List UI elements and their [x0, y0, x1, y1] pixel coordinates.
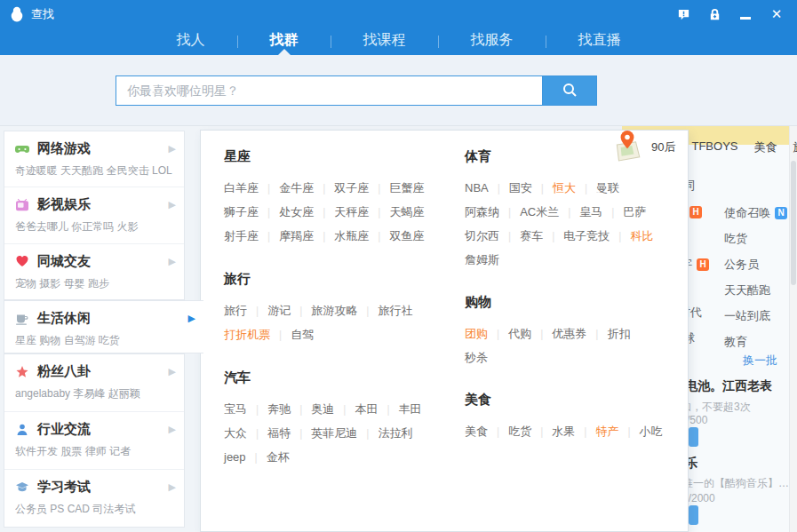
category-link[interactable]: 巨蟹座: [389, 181, 424, 195]
link-separator: |: [267, 206, 270, 218]
tab-find-live[interactable]: 找直播: [573, 28, 626, 55]
category-link[interactable]: 白羊座: [224, 181, 259, 195]
sidebar-item-fan-gossip[interactable]: 粉丝八卦▶angelababy 李易峰 赵丽颖: [4, 354, 184, 411]
hotword-item[interactable]: 天天酷跑: [724, 282, 770, 298]
category-link[interactable]: 赛车: [520, 229, 543, 242]
join-group-button[interactable]: [689, 505, 698, 525]
category-link[interactable]: 特产: [595, 425, 618, 438]
hotword-item[interactable]: 吃货: [724, 231, 747, 247]
category-link[interactable]: 法拉利: [378, 426, 412, 440]
category-link[interactable]: 双子座: [334, 181, 369, 195]
category-link[interactable]: 恒大: [553, 181, 576, 195]
category-link[interactable]: 美食: [465, 425, 488, 438]
category-link[interactable]: 水瓶座: [334, 229, 369, 242]
category-link[interactable]: 巴萨: [623, 205, 646, 218]
category-link[interactable]: 折扣: [607, 327, 630, 340]
category-link[interactable]: 大众: [224, 426, 247, 440]
search-hot-tag[interactable]: 90后: [651, 139, 675, 155]
category-link[interactable]: 宝马: [224, 402, 247, 416]
category-link[interactable]: 本田: [355, 402, 378, 416]
category-link[interactable]: 阿森纳: [465, 205, 499, 218]
category-link[interactable]: 天蝎座: [389, 205, 424, 218]
category-link[interactable]: 打折机票: [224, 328, 270, 341]
tab-find-courses[interactable]: 找课程: [358, 28, 411, 55]
category-link[interactable]: 旅行: [224, 304, 247, 317]
hotword-item[interactable]: 使命召唤N: [724, 205, 787, 221]
category-link[interactable]: 英菲尼迪: [311, 426, 357, 440]
search-hot-tag[interactable]: 美食: [753, 139, 777, 155]
sidebar-item-film-entertainment[interactable]: 影视娱乐▶爸爸去哪儿 你正常吗 火影: [4, 187, 184, 242]
link-separator: |: [552, 230, 554, 242]
category-link[interactable]: 狮子座: [224, 205, 259, 218]
hotword-item[interactable]: 教育: [724, 334, 747, 350]
hotword-item[interactable]: 公务员: [724, 257, 759, 273]
category-link[interactable]: 摩羯座: [279, 229, 314, 242]
scrollbar-thumb[interactable]: [791, 161, 796, 285]
sidebar-item-title-row: 网络游戏: [15, 141, 177, 156]
search-button[interactable]: [542, 75, 597, 106]
search-input[interactable]: [116, 75, 542, 106]
lock-icon[interactable]: [706, 6, 722, 22]
category-link[interactable]: 射手座: [224, 229, 259, 242]
sidebar-item-network-games[interactable]: 网络游戏▶奇迹暖暖 天天酷跑 全民突击 LOL: [4, 131, 184, 187]
category-link[interactable]: 代购: [508, 327, 531, 340]
category-link[interactable]: AC米兰: [520, 205, 559, 218]
category-link[interactable]: 曼联: [596, 181, 619, 195]
search-hot-tag[interactable]: TFBOYS: [691, 139, 737, 155]
grad-cap-icon: [15, 480, 29, 495]
minimize-button[interactable]: [737, 6, 753, 22]
category-link[interactable]: 皇马: [579, 205, 602, 218]
category-link[interactable]: 金牛座: [279, 181, 314, 195]
sidebar-item-sub: 星座 购物 自驾游 吃货: [15, 333, 196, 348]
category-link[interactable]: 旅游攻略: [311, 304, 357, 317]
category-link[interactable]: 优惠券: [552, 327, 586, 340]
sidebar-item-sub: 软件开发 股票 律师 记者: [15, 444, 177, 459]
category-link[interactable]: 电子竞技: [563, 229, 610, 242]
tab-find-groups[interactable]: 找群: [265, 28, 304, 55]
category-link[interactable]: 詹姆斯: [465, 253, 499, 266]
category-link[interactable]: NBA: [465, 181, 489, 195]
feedback-icon[interactable]: [675, 6, 691, 22]
category-link[interactable]: 福特: [267, 426, 291, 440]
tab-find-services[interactable]: 找服务: [466, 28, 519, 55]
category-link[interactable]: 团购: [465, 327, 488, 340]
tab-divider: [331, 36, 331, 48]
link-separator: |: [256, 305, 259, 317]
category-link[interactable]: 自驾: [291, 328, 314, 341]
category-link[interactable]: 丰田: [399, 402, 422, 416]
tab-find-people[interactable]: 找人: [171, 28, 211, 55]
tab-divider: [237, 36, 238, 48]
link-separator: |: [541, 182, 544, 195]
sidebar-item-study-exam[interactable]: 学习考试▶公务员 PS CAD 司法考试: [4, 469, 184, 527]
category-link[interactable]: 国安: [509, 181, 532, 195]
category-link[interactable]: 处女座: [279, 205, 314, 218]
hotword-item[interactable]: 一站到底: [724, 308, 770, 324]
refresh-batch-link[interactable]: 换一批: [743, 353, 777, 369]
scrollbar[interactable]: [789, 125, 797, 532]
group-result-title[interactable]: 电池。江西老表: [685, 378, 772, 394]
category-link[interactable]: 双鱼座: [389, 229, 424, 242]
map-location-icon[interactable]: [613, 130, 642, 165]
category-link[interactable]: 游记: [267, 304, 291, 317]
category-link[interactable]: 切尔西: [465, 229, 499, 242]
category-link[interactable]: 科比: [630, 229, 653, 242]
category-link[interactable]: 旅行社: [378, 304, 412, 317]
category-link[interactable]: 水果: [552, 425, 575, 438]
category-link[interactable]: 金杯: [267, 450, 290, 464]
category-link[interactable]: 奥迪: [311, 402, 334, 416]
category-link[interactable]: 秒杀: [465, 351, 488, 364]
category-link[interactable]: 奔驰: [267, 402, 291, 416]
hotword-fragment[interactable]: H: [689, 205, 702, 218]
join-group-button[interactable]: [689, 427, 698, 447]
category-link[interactable]: 小吃: [640, 425, 663, 438]
close-button[interactable]: ✕: [769, 6, 785, 22]
sidebar-item-industry-exchange[interactable]: 行业交流▶软件开发 股票 律师 记者: [4, 411, 184, 469]
sidebar-item-local-friends[interactable]: 同城交友▶宠物 摄影 母婴 跑步: [4, 243, 184, 299]
qq-find-window: 查找 ✕ 找人找群找课程找服务找直播 90后TFBO: [0, 0, 797, 532]
search-hot-tag[interactable]: 旅游: [793, 139, 797, 155]
sidebar-item-life-leisure[interactable]: 生活休闲▶星座 购物 自驾游 吃货: [4, 301, 203, 353]
tab-divider: [546, 36, 546, 48]
category-link[interactable]: 吃货: [508, 425, 531, 438]
category-link[interactable]: 天秤座: [334, 205, 369, 218]
category-link[interactable]: jeep: [224, 450, 246, 464]
